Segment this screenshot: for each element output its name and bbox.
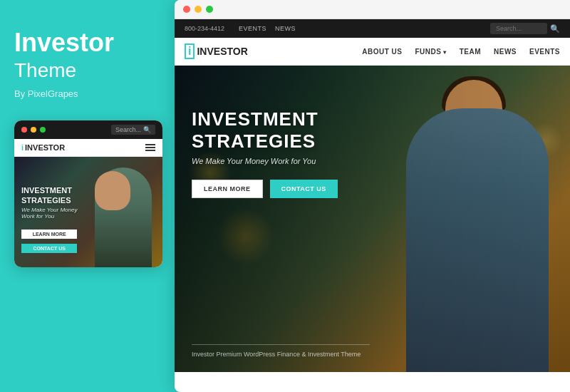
mobile-hamburger-icon[interactable] (145, 144, 155, 151)
brand-by: By PixelGrapes (14, 88, 162, 99)
topbar-links: EVENTS NEWS (239, 25, 296, 32)
desktop-hero-caption: Investor Premium WordPress Finance & Inv… (192, 344, 370, 358)
desktop-window-bar (175, 0, 570, 19)
mobile-logo: i INVESTOR (21, 143, 65, 152)
mobile-dot-red (21, 127, 27, 133)
mobile-hero-person (95, 167, 152, 267)
mobile-nav: i INVESTOR (14, 139, 162, 157)
mobile-search-text: Search... (115, 126, 141, 133)
topbar-search-icon[interactable]: 🔍 (550, 24, 560, 33)
desktop-hero-buttons: LEARN MORE CONTACT US (192, 180, 338, 198)
desktop-mockup: 800-234-4412 EVENTS NEWS 🔍 i INVESTOR AB… (175, 0, 570, 392)
desktop-learn-more-button[interactable]: LEARN MORE (192, 180, 263, 198)
desktop-logo: i INVESTOR (185, 43, 248, 59)
nav-events-link[interactable]: EVENTS (529, 48, 560, 56)
topbar-search-input[interactable] (490, 23, 547, 34)
nav-about-link[interactable]: ABOUT US (362, 48, 402, 56)
nav-funds-link[interactable]: FUNDS (415, 48, 446, 56)
window-dot-green (206, 6, 213, 13)
desktop-nav: ABOUT US FUNDS TEAM NEWS EVENTS (362, 48, 560, 56)
mobile-search-bar[interactable]: Search... 🔍 (111, 125, 155, 135)
mobile-window-bar: Search... 🔍 (14, 120, 162, 139)
mobile-mockup: Search... 🔍 i INVESTOR IN (14, 120, 162, 267)
desktop-hero-title: INVESTMENTSTRATEGIES (192, 108, 338, 153)
topbar-news-link[interactable]: NEWS (275, 25, 296, 32)
topbar-events-link[interactable]: EVENTS (239, 25, 266, 32)
desktop-logo-text: INVESTOR (197, 46, 247, 57)
mobile-dot-green (40, 127, 46, 133)
window-dot-red (183, 6, 190, 13)
window-dot-yellow (195, 6, 202, 13)
mobile-logo-text: INVESTOR (25, 143, 65, 152)
desktop-topbar: 800-234-4412 EVENTS NEWS 🔍 (175, 19, 570, 38)
mobile-face (95, 171, 130, 210)
mobile-dot-yellow (31, 127, 36, 133)
mobile-search-area: Search... 🔍 (111, 125, 155, 135)
mobile-hero-sub: We Make Your MoneyWork for You (21, 207, 77, 220)
left-panel: Investor Theme By PixelGrapes Search... … (0, 0, 177, 392)
brand-title: Investor (14, 29, 162, 57)
desktop-hero-content: INVESTMENTSTRATEGIES We Make Your Money … (192, 108, 338, 198)
desktop-mainnav: i INVESTOR ABOUT US FUNDS TEAM NEWS EVEN… (175, 38, 570, 66)
mobile-hero-content: INVESTMENTSTRATEGIES We Make Your MoneyW… (21, 185, 77, 254)
brand-subtitle: Theme (14, 60, 162, 82)
mobile-hero-title: INVESTMENTSTRATEGIES (21, 185, 77, 206)
mobile-contact-button[interactable]: CONTACT US (21, 244, 77, 253)
desktop-logo-i: i (185, 43, 195, 59)
mobile-hero: INVESTMENTSTRATEGIES We Make Your MoneyW… (14, 157, 162, 267)
mobile-logo-i: i (21, 143, 24, 152)
desktop-hero-subtitle: We Make Your Money Work for You (192, 157, 338, 165)
mobile-search-icon: 🔍 (143, 126, 151, 133)
mobile-learn-more-button[interactable]: LEARN MORE (21, 229, 77, 239)
nav-team-link[interactable]: TEAM (460, 48, 481, 56)
topbar-phone: 800-234-4412 (185, 25, 224, 32)
desktop-contact-button[interactable]: CONTACT US (270, 180, 338, 198)
desktop-hero: INVESTMENTSTRATEGIES We Make Your Money … (175, 66, 570, 372)
nav-news-link[interactable]: NEWS (494, 48, 517, 56)
topbar-search: 🔍 (490, 23, 560, 34)
